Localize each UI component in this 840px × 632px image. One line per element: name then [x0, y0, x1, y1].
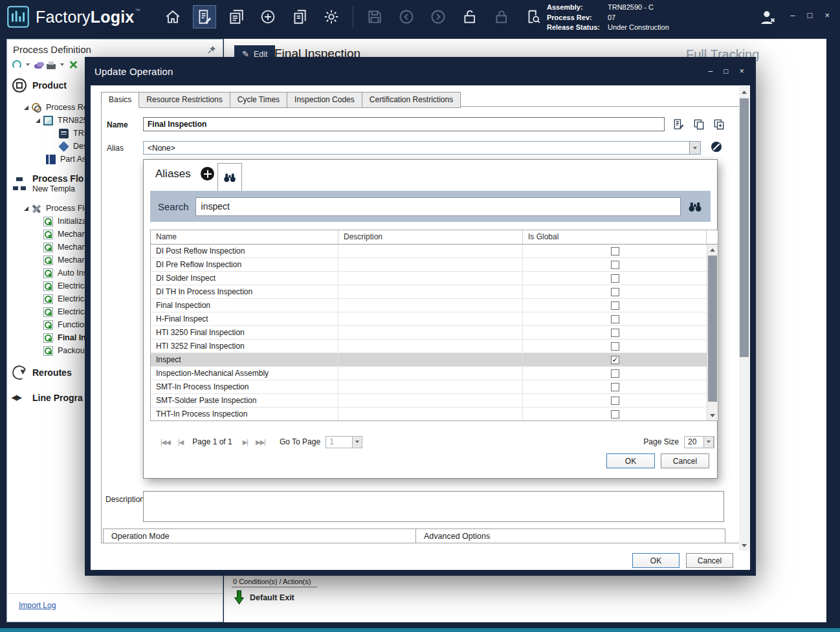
aliases-cancel-button[interactable]: Cancel: [661, 453, 709, 468]
rename-icon[interactable]: [672, 118, 685, 131]
page-size-dropdown[interactable]: [703, 436, 714, 448]
column-header[interactable]: Name: [151, 230, 338, 244]
search-binoculars-icon[interactable]: [687, 199, 703, 214]
scroll-thumb[interactable]: [740, 98, 749, 357]
goto-page-input[interactable]: [326, 436, 353, 448]
table-row[interactable]: HTI 3252 Final Inspection: [151, 340, 707, 353]
import-log-link[interactable]: Import Log: [19, 601, 56, 610]
dialog-scrollbar[interactable]: [739, 87, 750, 550]
is-global-checkbox[interactable]: [611, 410, 619, 419]
scroll-up-icon[interactable]: [739, 87, 749, 97]
table-row[interactable]: Final Inspection: [151, 299, 707, 312]
templates-button[interactable]: [225, 5, 248, 28]
table-row[interactable]: Inspection-Mechanical Assembly: [151, 367, 707, 380]
pin-icon[interactable]: [207, 45, 217, 54]
is-global-checkbox[interactable]: [611, 301, 619, 310]
column-header[interactable]: Description: [338, 230, 523, 244]
default-exit[interactable]: Default Exit: [234, 590, 294, 605]
copy-icon[interactable]: [692, 118, 705, 131]
dialog-tab[interactable]: Basics: [101, 92, 139, 108]
expand-arrow-icon[interactable]: [24, 105, 28, 110]
prev-page-button[interactable]: |◀: [178, 439, 183, 446]
alias-description-cell: [338, 272, 523, 285]
dialog-cancel-button[interactable]: Cancel: [686, 553, 733, 568]
name-input[interactable]: [143, 117, 665, 131]
link-icon[interactable]: [34, 64, 42, 69]
is-global-checkbox[interactable]: [611, 356, 619, 364]
conditions-link[interactable]: 0 Condition(s) / Action(s): [232, 578, 317, 587]
is-global-checkbox[interactable]: [611, 274, 619, 283]
scroll-down-icon[interactable]: [707, 410, 718, 420]
dialog-close-button[interactable]: ×: [740, 67, 744, 76]
back-button[interactable]: [395, 5, 418, 28]
window-close-button[interactable]: ×: [824, 10, 830, 20]
add-alias-button[interactable]: [201, 167, 214, 180]
no-alias-icon[interactable]: [710, 140, 723, 153]
table-row[interactable]: H-Final Inspect: [151, 312, 707, 326]
dialog-tab[interactable]: Resource Restrictions: [138, 92, 230, 108]
table-row[interactable]: DI Post Reflow Inspection: [151, 245, 707, 258]
table-row[interactable]: DI Solder Inspect: [151, 272, 707, 285]
description-textarea[interactable]: [143, 491, 724, 522]
is-global-checkbox[interactable]: [611, 288, 619, 296]
release-search-button[interactable]: [522, 5, 545, 28]
goto-page-dropdown[interactable]: [352, 436, 362, 448]
is-global-checkbox[interactable]: [611, 261, 619, 269]
is-global-checkbox[interactable]: [611, 342, 619, 351]
clear-filter-icon[interactable]: [69, 60, 78, 69]
lock-button[interactable]: [490, 5, 513, 28]
dialog-maximize-button[interactable]: □: [724, 67, 728, 76]
is-global-checkbox[interactable]: [611, 397, 619, 405]
scroll-thumb[interactable]: [708, 256, 717, 402]
tree-item-label: Reroutes: [32, 367, 72, 378]
is-global-checkbox[interactable]: [611, 383, 619, 391]
user-logout-button[interactable]: [756, 6, 779, 29]
table-scrollbar[interactable]: [707, 245, 718, 420]
dialog-tab[interactable]: Inspection Codes: [287, 92, 362, 108]
next-page-button[interactable]: ▶|: [243, 439, 248, 446]
sync-button[interactable]: [256, 5, 280, 28]
column-header[interactable]: Is Global: [523, 230, 707, 244]
table-row[interactable]: DI TH In Process Inspection: [151, 285, 707, 299]
dropdown-caret-icon[interactable]: [60, 63, 64, 66]
is-global-checkbox[interactable]: [611, 247, 619, 256]
documents-button[interactable]: [288, 5, 311, 28]
last-page-button[interactable]: ▶▶|: [256, 439, 265, 446]
home-button[interactable]: [161, 5, 184, 28]
alias-combobox[interactable]: <None>: [143, 141, 701, 155]
is-global-checkbox[interactable]: [611, 369, 619, 378]
expand-arrow-icon[interactable]: [24, 206, 28, 211]
print-icon[interactable]: [47, 64, 56, 69]
dropdown-caret-icon[interactable]: [26, 63, 30, 66]
dialog-tab[interactable]: Cycle Times: [230, 92, 287, 108]
table-row[interactable]: Inspect: [151, 353, 707, 367]
page-size-select[interactable]: 20: [684, 436, 714, 448]
unlock-button[interactable]: [458, 5, 481, 28]
table-row[interactable]: SMT-In Process Inspection: [151, 380, 707, 394]
first-page-button[interactable]: |◀◀: [160, 439, 170, 446]
dialog-tab[interactable]: Certification Restrictions: [362, 92, 461, 108]
dialog-minimize-button[interactable]: –: [708, 67, 713, 76]
is-global-checkbox[interactable]: [611, 315, 619, 323]
table-row[interactable]: HTI 3250 Final Inspection: [151, 326, 707, 340]
table-row[interactable]: DI Pre Reflow Inspection: [151, 258, 707, 272]
forward-button[interactable]: [426, 5, 450, 28]
is-global-checkbox[interactable]: [611, 329, 619, 337]
scroll-down-icon[interactable]: [739, 540, 749, 550]
table-row[interactable]: SMT-Solder Paste Inspection: [151, 394, 707, 408]
settings-button[interactable]: [320, 5, 343, 28]
copy-add-icon[interactable]: [713, 118, 725, 131]
alias-search-tab[interactable]: [217, 163, 242, 191]
refresh-icon[interactable]: [12, 60, 21, 69]
alias-search-input[interactable]: [195, 197, 681, 216]
save-button[interactable]: [363, 5, 386, 28]
table-row[interactable]: THT-In Process Inspection: [151, 408, 707, 420]
expand-arrow-icon[interactable]: [36, 118, 40, 123]
window-minimize-button[interactable]: –: [790, 10, 795, 20]
aliases-ok-button[interactable]: OK: [606, 453, 655, 468]
combo-dropdown-button[interactable]: [689, 142, 700, 154]
process-editor-button[interactable]: [193, 5, 216, 28]
dialog-ok-button[interactable]: OK: [632, 553, 680, 568]
window-maximize-button[interactable]: □: [808, 10, 813, 20]
scroll-up-icon[interactable]: [707, 245, 718, 255]
